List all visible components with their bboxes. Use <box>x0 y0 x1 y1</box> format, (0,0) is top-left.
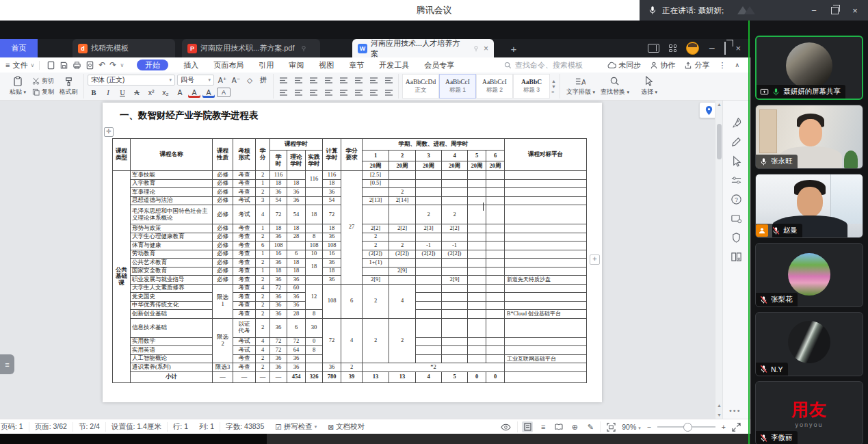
table-cell[interactable] <box>416 293 442 302</box>
menu-insert[interactable]: 插入 <box>176 57 206 73</box>
table-cell[interactable]: [0.5] <box>363 179 389 188</box>
table-cell[interactable]: 16 <box>270 250 287 259</box>
table-cell[interactable] <box>468 224 486 233</box>
table-cell[interactable]: 人工智能概论 <box>131 354 213 363</box>
table-cell[interactable] <box>486 196 505 205</box>
table-cell[interactable]: 454 <box>287 371 306 382</box>
wps-minimize-button[interactable]: − <box>709 42 715 55</box>
table-cell[interactable]: [2.5] <box>363 171 389 180</box>
table-cell[interactable]: (2[2]) <box>416 250 442 259</box>
table-cell[interactable]: (2[2]) <box>363 250 389 259</box>
table-cell[interactable] <box>287 241 306 250</box>
table-header-cell[interactable]: 20周 <box>416 161 442 171</box>
share-button[interactable]: 分享 <box>684 60 709 70</box>
table-cell[interactable] <box>486 318 505 337</box>
table-cell[interactable]: 公共 基础 课 <box>113 171 131 383</box>
table-cell[interactable] <box>486 224 505 233</box>
table-cell[interactable] <box>486 267 505 276</box>
new-tab-button[interactable]: + <box>506 41 521 56</box>
table-cell[interactable]: 入学教育 <box>131 179 213 188</box>
table-cell[interactable]: 必修 <box>213 250 233 259</box>
table-cell[interactable] <box>505 188 587 197</box>
table-cell[interactable]: 小计 <box>131 371 213 382</box>
select-cursor-icon[interactable] <box>731 155 742 167</box>
split-view-icon[interactable] <box>648 44 659 53</box>
table-cell[interactable]: 116 <box>306 171 323 188</box>
tab-home[interactable]: 首页 <box>0 39 38 57</box>
table-cell[interactable]: 2 <box>442 205 468 224</box>
table-cell[interactable]: 公共艺术教育 <box>131 259 213 267</box>
menu-references[interactable]: 引用 <box>251 57 281 73</box>
table-cell[interactable] <box>505 284 587 293</box>
zoom-out-button[interactable]: − <box>647 423 651 431</box>
find-replace-button[interactable]: 查找替换 ▾ <box>598 76 632 96</box>
table-cell[interactable]: 考查 <box>233 284 256 293</box>
table-header-cell[interactable]: 课程对标平台 <box>505 139 587 171</box>
table-cell[interactable]: 必修 <box>213 267 233 276</box>
wps-restore-button[interactable] <box>724 42 726 55</box>
table-cell[interactable]: 2[14] <box>389 196 416 205</box>
table-cell[interactable]: 18 <box>306 205 323 224</box>
table-cell[interactable]: 36 <box>287 354 306 363</box>
redo-icon[interactable]: ↷ <box>109 60 116 70</box>
menu-view[interactable]: 视图 <box>311 57 341 73</box>
table-header-cell[interactable]: 4 <box>442 151 468 161</box>
table-cell[interactable]: 考查 <box>233 293 256 302</box>
table-cell[interactable]: 4 <box>256 346 270 355</box>
table-cell[interactable]: 3 <box>256 196 270 205</box>
decrease-font-button[interactable]: A⁻ <box>230 75 242 86</box>
table-cell[interactable]: 36 <box>270 233 287 241</box>
pin-icon[interactable] <box>473 45 479 52</box>
table-cell[interactable]: 1 <box>256 179 270 188</box>
table-cell[interactable]: 36 <box>323 188 341 197</box>
table-cell[interactable]: 5 <box>442 371 468 382</box>
table-cell[interactable] <box>363 188 389 197</box>
table-cell[interactable]: 2[2] <box>389 224 416 233</box>
table-cell[interactable]: 18 <box>287 179 306 188</box>
table-cell[interactable]: 18 <box>270 224 287 233</box>
table-cell[interactable] <box>505 267 587 276</box>
table-cell[interactable] <box>389 233 416 241</box>
table-cell[interactable]: 8 <box>306 310 323 319</box>
table-cell[interactable] <box>416 284 442 293</box>
table-cell[interactable]: 72 <box>323 318 341 363</box>
table-cell[interactable]: 36 <box>287 196 306 205</box>
table-cell[interactable] <box>442 284 468 293</box>
table-cell[interactable] <box>505 346 587 355</box>
table-cell[interactable]: 考查 <box>233 179 256 188</box>
table-cell[interactable] <box>486 179 505 188</box>
spell-check-toggle[interactable]: ☑ 拼写检查 ▾ <box>269 422 322 432</box>
table-cell[interactable]: 18 <box>270 179 287 188</box>
table-insert-handle[interactable]: + <box>590 254 600 265</box>
table-cell[interactable] <box>468 310 486 319</box>
table-cell[interactable]: 信息技术基础 <box>131 318 213 337</box>
table-cell[interactable]: 36 <box>270 301 287 310</box>
char-border-button[interactable]: A <box>217 88 231 97</box>
table-cell[interactable]: 考查 <box>233 259 256 267</box>
table-cell[interactable] <box>505 171 587 180</box>
table-cell[interactable]: 考查 <box>233 241 256 250</box>
table-cell[interactable]: 28 <box>287 310 306 319</box>
format-painter-button[interactable]: 格式刷 <box>57 77 80 96</box>
italic-button[interactable]: I <box>102 87 114 98</box>
clear-format-button[interactable]: ◇ <box>244 75 256 86</box>
table-cell[interactable]: 326 <box>306 371 323 382</box>
ruler-icon[interactable] <box>382 75 395 86</box>
table-cell[interactable] <box>416 196 442 205</box>
table-cell[interactable]: 18 <box>323 179 341 188</box>
table-cell[interactable]: 2 <box>389 188 416 197</box>
table-cell[interactable] <box>505 318 587 337</box>
table-cell[interactable]: 36 <box>270 318 287 337</box>
increase-font-button[interactable]: A⁺ <box>216 75 228 86</box>
table-cell[interactable] <box>505 301 587 310</box>
table-cell[interactable] <box>468 276 486 285</box>
table-header-cell[interactable]: 20周 <box>468 161 486 171</box>
table-cell[interactable] <box>416 354 442 363</box>
command-search[interactable]: 查找命令、搜索模板 <box>504 57 583 73</box>
table-cell[interactable]: — <box>213 371 233 382</box>
align-left-icon[interactable] <box>277 87 289 98</box>
table-cell[interactable]: 36 <box>287 293 306 302</box>
table-cell[interactable]: 2 <box>256 233 270 241</box>
table-cell[interactable] <box>505 233 587 241</box>
table-cell[interactable]: 1+(1) <box>363 259 389 267</box>
